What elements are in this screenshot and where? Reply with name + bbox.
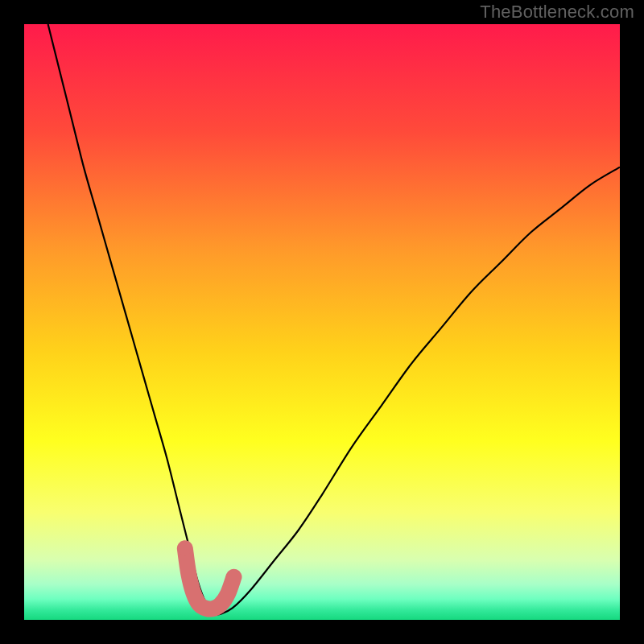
gradient-background [24,24,620,620]
highlight-dot [226,570,241,584]
highlight-dot [178,541,192,555]
chart-stage: TheBottleneck.com [0,0,644,644]
bottleneck-chart [0,0,644,644]
watermark-text: TheBottleneck.com [480,2,634,23]
